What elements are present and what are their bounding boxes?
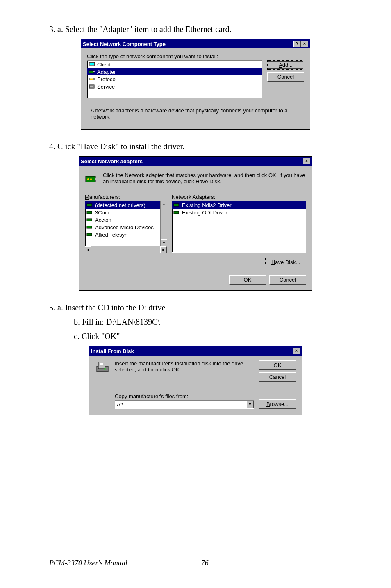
svg-point-23 [104,368,106,370]
client-icon [89,61,95,68]
protocol-icon [89,76,95,82]
list-item-client[interactable]: Client [87,61,262,68]
manufacturers-list[interactable]: (detected net drivers) 3Com Accton [85,201,160,246]
list-item[interactable]: Allied Telesyn [85,231,160,238]
cancel-button[interactable]: Cancel [259,372,296,382]
list-item[interactable]: Existing Ndis2 Driver [172,201,306,209]
adapter-icon [86,209,93,216]
path-combo[interactable]: ▼ [115,400,254,409]
scroll-up-icon[interactable]: ▲ [161,201,167,207]
scrollbar[interactable]: ◄ ► [85,246,167,253]
scroll-down-icon[interactable]: ▼ [161,239,167,246]
dialog-title: Select Network adapters [81,158,143,164]
svg-rect-17 [87,233,92,236]
ok-button[interactable]: OK [259,360,296,370]
add-button[interactable]: Add... [267,60,304,70]
dialog-select-network-adapters: Select Network adapters × Click the Netw… [79,156,312,291]
adapter-icon [86,224,93,230]
adapter-icon [173,202,180,208]
help-icon[interactable]: ? [293,41,301,47]
manufacturers-label: Manufacturers: [85,194,167,200]
scroll-left-icon[interactable]: ◄ [85,246,91,253]
scroll-right-icon[interactable]: ► [160,246,167,253]
adapter-icon [86,231,93,238]
svg-rect-8 [90,86,93,87]
svg-rect-15 [87,219,92,221]
browse-button[interactable]: Browse... [259,399,296,409]
svg-rect-5 [89,78,90,80]
description-text: Insert the manufacturer's installation d… [115,360,254,382]
svg-point-11 [87,178,89,180]
svg-rect-22 [100,363,103,365]
svg-rect-1 [90,63,94,65]
disk-icon [95,360,110,382]
scrollbar[interactable]: ▲ ▼ [160,201,167,246]
list-item-protocol[interactable]: Protocol [87,75,262,83]
network-adapters-list[interactable]: Existing Ndis2 Driver Existing ODI Drive… [172,201,306,253]
footer: PCM-3370 User's Manual 76 [49,559,342,567]
service-icon [89,83,95,90]
titlebar: Install From Disk × [89,346,302,356]
close-icon[interactable]: × [293,348,300,354]
path-input[interactable] [115,401,246,408]
svg-rect-13 [87,204,92,206]
network-adapters-label: Network Adapters: [172,194,306,200]
adapter-icon [86,202,93,208]
list-item[interactable]: Advanced Micro Devices [85,223,160,231]
have-disk-button[interactable]: Have Disk... [265,258,306,267]
step-5a-text: 5. a. Insert the CD into the D: drive [49,303,342,312]
cancel-button[interactable]: Cancel [267,72,304,82]
step-5b-text: b. Fill in: D:\LAN\8139C\ [74,317,342,327]
close-icon[interactable]: × [301,41,308,47]
chevron-down-icon[interactable]: ▼ [246,401,254,408]
titlebar: Select Network adapters × [79,157,312,166]
step-3a-text: 3. a. Select the "Adapter" item to add t… [49,25,342,34]
svg-rect-16 [87,226,92,228]
ok-button[interactable]: OK [229,275,266,285]
list-item[interactable]: (detected net drivers) [85,201,160,209]
close-icon[interactable]: × [303,158,310,164]
adapter-icon [173,209,180,216]
svg-rect-3 [93,71,95,72]
list-item[interactable]: Existing ODI Driver [172,209,306,216]
footer-title: PCM-3370 User's Manual [49,559,127,567]
page-number: 76 [201,559,209,567]
dialog-select-network-component: Select Network Component Type ? × Click … [81,39,310,130]
svg-rect-2 [89,71,94,73]
dialog-install-from-disk: Install From Disk × Insert the manufactu… [89,346,302,415]
adapter-icon [89,68,95,75]
list-item[interactable]: Accton [85,216,160,223]
svg-rect-19 [174,211,179,214]
svg-rect-18 [174,204,179,206]
svg-rect-6 [93,78,95,80]
prompt-label: Click the type of network component you … [87,53,304,59]
list-item-service[interactable]: Service [87,83,262,90]
svg-rect-10 [95,178,98,180]
copy-from-label: Copy manufacturer's files from: [115,393,254,399]
dialog-title: Select Network Component Type [83,41,166,47]
list-item[interactable]: 3Com [85,209,160,216]
adapter-icon [86,217,93,223]
list-item-adapter[interactable]: Adapter [87,68,262,75]
adapter-large-icon [85,172,99,187]
description-text: Click the Network adapter that matches y… [103,172,306,187]
cancel-button[interactable]: Cancel [269,275,306,285]
description-text: A network adapter is a hardware device t… [91,107,288,120]
titlebar: Select Network Component Type ? × [81,39,310,48]
step-5c-text: c. Click "OK" [74,332,342,341]
step-4-text: 4. Click "Have Disk" to install the driv… [49,142,342,151]
description-panel: A network adapter is a hardware device t… [87,104,304,123]
component-type-list[interactable]: Client Adapter Protocol [87,60,262,98]
svg-point-12 [90,178,92,180]
svg-rect-14 [87,211,92,214]
dialog-title: Install From Disk [91,348,134,354]
